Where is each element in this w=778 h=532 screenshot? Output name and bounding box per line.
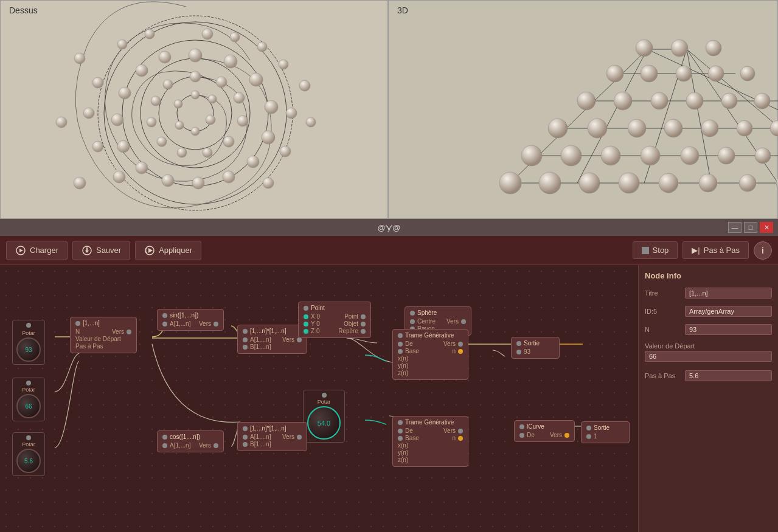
mult1-node[interactable]: [1,...n]*[1,...n] A[1,...n] Vers B[1,...… <box>237 325 307 354</box>
potar-node-1[interactable]: Potar 93 <box>12 320 45 365</box>
pas-value[interactable]: 5.6 <box>685 370 772 381</box>
appliquer-label: Appliquer <box>159 246 192 255</box>
svg-point-72 <box>619 173 639 193</box>
potar-node-2[interactable]: Potar 66 <box>12 378 45 421</box>
potar2-label: Potar <box>22 387 35 393</box>
trame1-out <box>458 342 463 347</box>
svg-point-14 <box>234 92 245 103</box>
cos-title: cos([1,...n]) <box>170 434 200 440</box>
array-node[interactable]: [1,...n] N Vers Valeur de Départ Pas à P… <box>70 317 137 353</box>
svg-point-103 <box>606 65 623 82</box>
trame1-n: n <box>422 348 456 354</box>
svg-point-28 <box>247 156 259 168</box>
potar2-knob[interactable]: 66 <box>16 394 41 418</box>
trame2-vers: Vers <box>415 427 456 434</box>
point-objet: Objet <box>322 320 358 327</box>
potar-node-3[interactable]: Potar 5.6 <box>12 432 45 476</box>
appliquer-button[interactable]: Appliquer <box>135 241 201 260</box>
sauver-button[interactable]: Sauver <box>72 241 130 260</box>
svg-point-21 <box>151 96 161 106</box>
svg-point-82 <box>641 146 660 165</box>
trame1-node[interactable]: Trame Générative De Vers Base n x(n) <box>392 329 468 380</box>
svg-point-106 <box>708 66 724 81</box>
sin-title: sin([1,...n]) <box>170 312 198 319</box>
cos-node[interactable]: cos([1,...n]) A[1,...n] Vers <box>157 430 224 452</box>
svg-point-16 <box>223 136 234 147</box>
sortie1-dot <box>516 341 521 346</box>
node-editor: Charger Sauver Appliquer Stop ▶| Pas à P… <box>0 236 778 532</box>
viewport-left[interactable]: Dessus <box>0 0 388 219</box>
maximize-button[interactable]: □ <box>744 222 757 233</box>
svg-point-43 <box>280 146 291 157</box>
stop-button[interactable]: Stop <box>633 241 678 259</box>
potar3-label: Potar <box>22 441 35 447</box>
stop-icon <box>642 247 649 254</box>
svg-point-80 <box>561 145 582 166</box>
mult2-a-in <box>243 435 248 440</box>
point-repere: Repère <box>322 328 358 334</box>
trame1-dot <box>398 333 403 338</box>
info-button[interactable]: i <box>754 241 772 260</box>
mult1-b-in <box>243 345 248 350</box>
appliquer-icon <box>144 245 155 256</box>
trame1-de-in <box>398 342 403 347</box>
icurve-vers: Vers <box>537 432 562 438</box>
svg-point-41 <box>113 171 125 183</box>
svg-marker-112 <box>19 249 23 252</box>
sortie2-title: Sortie <box>594 424 610 431</box>
potar3-dot <box>26 435 31 440</box>
sphere-centre-in <box>410 319 415 324</box>
svg-point-44 <box>263 178 274 188</box>
trame2-node[interactable]: Trame Générative De Vers Base n x(n) <box>392 416 468 467</box>
mult2-title: [1,...n]*[1,...n] <box>250 425 286 432</box>
array-pas-label: Pas à Pas <box>75 343 103 350</box>
svg-point-69 <box>499 172 521 194</box>
sphere-title: Sphère <box>417 309 437 316</box>
sin-node[interactable]: sin([1,...n]) A[1,...n] Vers <box>157 309 224 331</box>
svg-point-74 <box>699 174 717 192</box>
viewport-right[interactable]: 3D <box>388 0 778 219</box>
sortie2-node[interactable]: Sortie 1 <box>581 421 630 443</box>
svg-point-13 <box>216 77 227 88</box>
svg-point-15 <box>237 116 248 126</box>
pas-label: Pas à Pas <box>645 372 681 379</box>
sortie1-node[interactable]: Sortie 93 <box>511 337 560 359</box>
potar1-knob[interactable]: 93 <box>16 337 41 362</box>
cos-input <box>162 443 167 448</box>
toolbar-right: Stop ▶| Pas à Pas i <box>633 241 772 260</box>
close-button[interactable]: ✕ <box>760 222 773 233</box>
array-valeur-label: Valeur de Départ <box>75 336 121 342</box>
svg-point-40 <box>92 141 103 152</box>
svg-point-105 <box>676 66 692 81</box>
icurve-de: De <box>527 432 535 438</box>
potar-center-node[interactable]: Potar 54.0 <box>303 390 345 443</box>
potar-center-label: Potar <box>318 399 331 405</box>
n-label: N <box>645 326 681 333</box>
mult1-b: B[1,...n] <box>250 344 271 350</box>
svg-point-83 <box>681 147 699 165</box>
sauver-label: Sauver <box>96 246 121 255</box>
potar-center-dot <box>322 393 327 398</box>
svg-marker-118 <box>147 248 147 253</box>
charger-button[interactable]: Charger <box>6 241 68 260</box>
potar-center-knob[interactable]: 54.0 <box>307 406 341 440</box>
trame2-out <box>458 429 463 434</box>
mult2-node[interactable]: [1,...n]*[1,...n] A[1,...n] Vers B[1,...… <box>237 422 307 451</box>
point-node[interactable]: Point X 0 Point Y 0 Objet Z 0 <box>298 302 371 338</box>
node-canvas[interactable]: Potar 93 Potar 66 Potar 5.6 <box>0 265 638 532</box>
point-z-in <box>304 329 308 334</box>
svg-point-42 <box>286 108 297 119</box>
svg-point-26 <box>265 100 278 114</box>
minimize-button[interactable]: — <box>728 222 742 233</box>
valeur-value[interactable]: 66 <box>645 351 772 362</box>
potar1-label: Potar <box>22 330 35 336</box>
sphere-out <box>461 319 466 324</box>
svg-point-8 <box>206 115 215 125</box>
pas-a-pas-button[interactable]: ▶| Pas à Pas <box>682 241 749 259</box>
potar3-knob[interactable]: 5.6 <box>16 449 41 473</box>
svg-point-94 <box>770 120 778 136</box>
svg-point-99 <box>686 92 703 109</box>
icurve-node[interactable]: lCurve De Vers <box>514 420 575 442</box>
sphere-dot <box>410 311 415 316</box>
info-icon: i <box>762 246 764 255</box>
